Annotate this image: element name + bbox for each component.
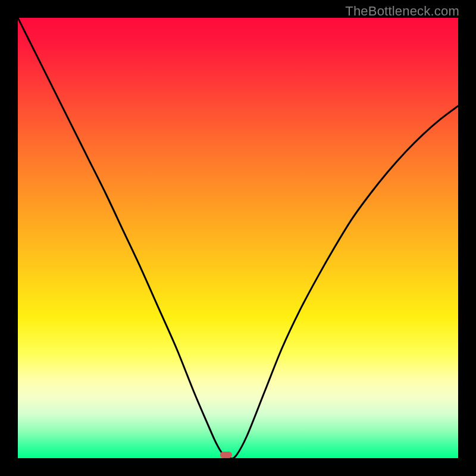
chart-frame: TheBottleneck.com (0, 0, 476, 476)
watermark-text: TheBottleneck.com (345, 4, 459, 19)
plot-area (18, 18, 458, 458)
bottleneck-curve (18, 18, 458, 458)
optimum-marker (220, 452, 232, 458)
